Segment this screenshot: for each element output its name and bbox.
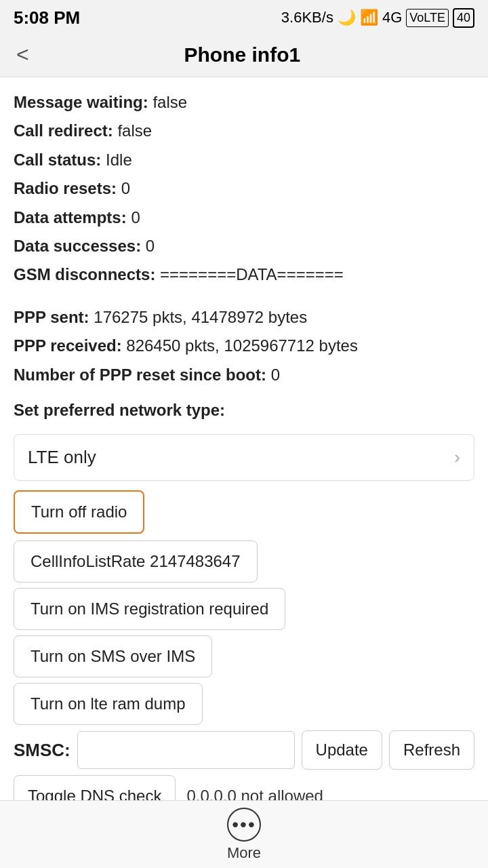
ppp-reset-value: 0	[271, 366, 280, 384]
back-button[interactable]: <	[14, 39, 37, 70]
turn-on-sms-container: Turn on SMS over IMS	[14, 635, 474, 677]
ppp-sent-row: PPP sent: 176275 pkts, 41478972 bytes	[14, 303, 474, 332]
turn-on-ims-container: Turn on IMS registration required	[14, 588, 474, 630]
turn-on-sms-button[interactable]: Turn on SMS over IMS	[14, 635, 212, 677]
radio-resets-value: 0	[121, 179, 130, 197]
more-button[interactable]: ••• More	[227, 808, 261, 862]
smsc-row: SMSC: Update Refresh	[14, 730, 474, 770]
turn-on-lte-button[interactable]: Turn on lte ram dump	[14, 683, 203, 725]
call-redirect-value: false	[117, 121, 152, 140]
message-waiting-value: false	[152, 93, 187, 111]
data-successes-row: Data successes: 0	[14, 232, 474, 260]
call-redirect-row: Call redirect: false	[14, 117, 474, 145]
network-type-dropdown[interactable]: LTE only ›	[14, 434, 474, 481]
chevron-right-icon: ›	[454, 447, 460, 468]
turn-off-radio-button[interactable]: Turn off radio	[14, 490, 144, 534]
battery-icon: 40	[453, 8, 474, 28]
data-successes-value: 0	[146, 237, 155, 255]
data-attempts-label: Data attempts:	[14, 208, 127, 226]
ppp-received-label: PPP received:	[14, 336, 122, 355]
turn-on-lte-container: Turn on lte ram dump	[14, 683, 474, 725]
turn-on-ims-button[interactable]: Turn on IMS registration required	[14, 588, 285, 630]
call-status-label: Call status:	[14, 151, 101, 169]
ppp-reset-label: Number of PPP reset since boot:	[14, 366, 266, 384]
network-type: 4G	[382, 9, 402, 26]
call-status-row: Call status: Idle	[14, 146, 474, 174]
data-successes-label: Data successes:	[14, 237, 141, 255]
smsc-label: SMSC:	[14, 740, 70, 761]
ppp-received-value: 826450 pkts, 1025967712 bytes	[126, 336, 358, 355]
ppp-received-row: PPP received: 826450 pkts, 1025967712 by…	[14, 332, 474, 360]
network-type-selected: LTE only	[28, 447, 96, 468]
message-waiting-row: Message waiting: false	[14, 88, 474, 117]
content-area: Message waiting: false Call redirect: fa…	[0, 77, 488, 839]
gsm-disconnects-row: GSM disconnects: ========DATA=======	[14, 260, 474, 289]
status-time: 5:08 PM	[14, 7, 80, 28]
page-title: Phone info1	[37, 43, 447, 66]
bottom-nav: ••• More	[0, 800, 488, 868]
volte-icon: VoLTE	[406, 9, 449, 27]
turn-off-radio-container: Turn off radio	[14, 490, 474, 534]
ppp-reset-row: Number of PPP reset since boot: 0	[14, 361, 474, 389]
call-redirect-label: Call redirect:	[14, 121, 113, 140]
status-icons: 3.6KB/s 🌙 📶 4G VoLTE 40	[281, 8, 474, 28]
ppp-sent-value: 176275 pkts, 41478972 bytes	[94, 308, 307, 326]
radio-resets-label: Radio resets:	[14, 179, 117, 197]
more-dots-icon: •••	[227, 808, 261, 842]
network-type-label: Set preferred network type:	[14, 396, 474, 425]
cell-info-rate-button[interactable]: CellInfoListRate 2147483647	[14, 540, 258, 583]
message-waiting-label: Message waiting:	[14, 93, 148, 111]
data-attempts-value: 0	[131, 208, 140, 226]
more-label: More	[227, 844, 261, 862]
gsm-disconnects-label: GSM disconnects:	[14, 265, 155, 283]
network-speed: 3.6KB/s	[281, 9, 333, 26]
moon-icon: 🌙	[338, 9, 356, 26]
header: < Phone info1	[0, 33, 488, 77]
status-bar: 5:08 PM 3.6KB/s 🌙 📶 4G VoLTE 40	[0, 0, 488, 33]
smsc-input[interactable]	[77, 731, 295, 769]
signal-icon: 📶	[360, 9, 378, 26]
ppp-sent-label: PPP sent:	[14, 308, 89, 326]
radio-resets-row: Radio resets: 0	[14, 174, 474, 203]
gsm-disconnects-value: ========DATA=======	[160, 265, 344, 283]
update-button[interactable]: Update	[302, 730, 382, 770]
cell-info-rate-container: CellInfoListRate 2147483647	[14, 540, 474, 583]
refresh-button[interactable]: Refresh	[389, 730, 474, 770]
call-status-value: Idle	[106, 151, 132, 169]
data-attempts-row: Data attempts: 0	[14, 203, 474, 232]
